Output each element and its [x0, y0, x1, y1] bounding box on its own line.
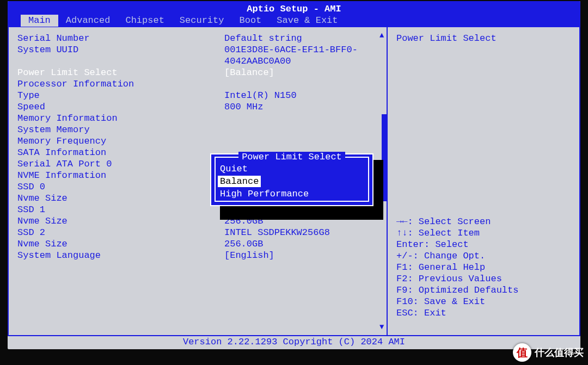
- info-label: SATA Information: [17, 147, 224, 158]
- info-label: Processor Information: [17, 78, 224, 90]
- info-value: Intel(R) N150: [224, 90, 378, 101]
- tab-chipset[interactable]: Chipset: [118, 15, 171, 27]
- info-label: Type: [17, 90, 224, 101]
- info-label: Serial Number: [17, 33, 224, 44]
- info-label: Power Limit Select: [17, 67, 224, 78]
- info-label: Nvme Size: [17, 215, 224, 227]
- help-key-line: ESC: Exit: [396, 307, 571, 319]
- help-panel: Power Limit Select →←: Select Screen↑↓: …: [388, 27, 579, 335]
- scroll-down-icon[interactable]: ▼: [379, 323, 387, 331]
- info-value: 800 MHz: [224, 101, 378, 113]
- help-key-line: ↑↓: Select Item: [396, 227, 571, 239]
- popup-title: Power Limit Select: [216, 151, 368, 163]
- tab-advanced[interactable]: Advanced: [58, 15, 118, 27]
- info-value: INTEL SSDPEKKW256G8: [224, 227, 378, 238]
- info-value: [English]: [224, 250, 378, 261]
- info-label: Memory Frequency: [17, 135, 224, 147]
- info-label: SSD 1: [17, 204, 224, 215]
- tab-boot[interactable]: Boot: [231, 15, 269, 27]
- bios-screen: Aptio Setup - AMI MainAdvancedChipsetSec…: [8, 1, 580, 349]
- help-key-line: Enter: Select: [396, 239, 571, 250]
- app-title: Aptio Setup - AMI: [8, 1, 580, 14]
- info-value: Default string: [224, 33, 378, 44]
- info-value: 4042AABC0A00: [224, 55, 378, 67]
- info-value: [224, 135, 378, 147]
- help-key-line: F10: Save & Exit: [396, 296, 571, 307]
- selected-setting-row[interactable]: Power Limit Select[Balance]: [17, 67, 378, 78]
- info-label: System Language: [17, 250, 224, 261]
- info-label: System Memory: [17, 124, 224, 135]
- help-key-line: F9: Optimized Defaults: [396, 284, 571, 296]
- info-value: 001E3D8E-6ACE-EF11-BFF0-: [224, 44, 378, 55]
- info-row: Memory Information: [17, 113, 378, 124]
- popup-option-high-performance[interactable]: High Performance: [218, 188, 366, 200]
- info-value: [224, 124, 378, 135]
- info-label: SSD 0: [17, 181, 224, 193]
- info-row: Processor Information: [17, 78, 378, 90]
- key-help: →←: Select Screen↑↓: Select ItemEnter: S…: [396, 216, 571, 319]
- info-row: Memory Frequency: [17, 135, 378, 147]
- help-key-line: F1: General Help: [396, 262, 571, 273]
- info-value: 256.0GB: [224, 238, 378, 250]
- info-row: System Memory: [17, 124, 378, 135]
- info-row: Serial NumberDefault string: [17, 33, 378, 44]
- info-label: NVME Information: [17, 170, 224, 181]
- footer-version: Version 2.22.1293 Copyright (C) 2024 AMI: [8, 335, 580, 348]
- info-row: System UUID001E3D8E-6ACE-EF11-BFF0-: [17, 44, 378, 55]
- popup-option-quiet[interactable]: Quiet: [218, 163, 366, 175]
- watermark-text: 什么值得买: [535, 347, 584, 358]
- info-label: Nvme Size: [17, 193, 224, 204]
- popup-option-balance[interactable]: Balance: [218, 176, 261, 187]
- setting-link-row[interactable]: System Language[English]: [17, 250, 378, 261]
- scroll-up-icon[interactable]: ▲: [379, 32, 387, 39]
- tab-row: MainAdvancedChipsetSecurityBootSave & Ex…: [8, 14, 580, 27]
- info-label: Speed: [17, 101, 224, 113]
- info-row: 4042AABC0A00: [17, 55, 378, 67]
- info-value: [224, 78, 378, 90]
- info-label: SSD 2: [17, 227, 224, 238]
- info-label: Nvme Size: [17, 238, 224, 250]
- info-label: Memory Information: [17, 113, 224, 124]
- tab-main[interactable]: Main: [21, 15, 58, 27]
- info-label: [17, 55, 224, 67]
- info-row: SSD 2INTEL SSDPEKKW256G8: [17, 227, 378, 238]
- info-value: [Balance]: [224, 67, 378, 78]
- watermark-badge-icon: 值: [513, 343, 531, 362]
- info-value: [224, 113, 378, 124]
- help-key-line: F2: Previous Values: [396, 273, 571, 284]
- info-row: Speed800 MHz: [17, 101, 378, 113]
- help-title: Power Limit Select: [396, 33, 571, 44]
- info-label: System UUID: [17, 44, 224, 55]
- help-key-line: →←: Select Screen: [396, 216, 571, 227]
- help-key-line: +/-: Change Opt.: [396, 250, 571, 262]
- info-row: Nvme Size256.0GB: [17, 238, 378, 250]
- header-bar: Aptio Setup - AMI MainAdvancedChipsetSec…: [8, 1, 580, 27]
- info-label: Serial ATA Port 0: [17, 158, 224, 170]
- tab-save-exit[interactable]: Save & Exit: [269, 15, 345, 27]
- tab-security[interactable]: Security: [172, 15, 232, 27]
- watermark: 值 什么值得买: [513, 343, 584, 362]
- power-limit-popup: Power Limit Select QuietBalanceHigh Perf…: [210, 153, 373, 206]
- info-row: TypeIntel(R) N150: [17, 90, 378, 101]
